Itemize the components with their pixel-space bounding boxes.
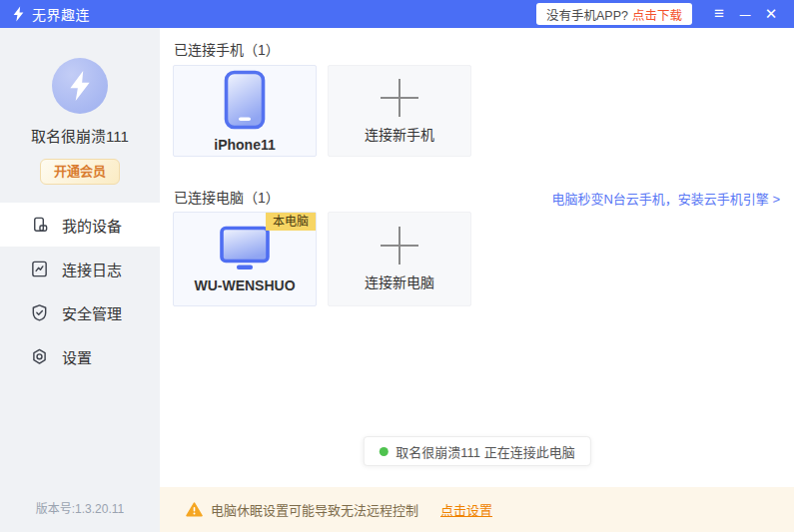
sidebar-item-connection-log[interactable]: 连接日志 [0,247,160,290]
lightning-icon [67,71,93,101]
app-window: 无界趣连 没有手机APP? 点击下载 ≡ ─ ✕ 取名很崩溃111 开通会员 我… [0,0,794,532]
connected-computers-title: 已连接电脑（1） [174,188,280,208]
cloud-phone-promo-link[interactable]: 电脑秒变N台云手机，安装云手机引擎 > [551,189,780,208]
warning-icon [186,502,203,517]
add-computer-card[interactable]: 连接新电脑 [328,212,471,306]
menu-icon[interactable]: ≡ [706,0,732,28]
devices-icon [30,216,49,235]
sidebar-item-settings[interactable]: 设置 [0,334,160,378]
plus-icon [381,227,418,265]
download-link-text[interactable]: 点击下载 [632,5,682,24]
status-text: 取名很崩溃111 正在连接此电脑 [396,442,574,461]
connection-status-toast: 取名很崩溃111 正在连接此电脑 [363,436,590,466]
warning-settings-link[interactable]: 点击设置 [440,500,492,519]
log-icon [30,260,49,278]
add-phone-label: 连接新手机 [365,124,434,144]
main-content: 已连接手机（1） iPhone11 连接新手机 已连接电脑（1） 电脑秒变N台云… [160,28,794,532]
close-icon[interactable]: ✕ [758,0,784,28]
username: 取名很崩溃111 [0,125,160,146]
sidebar-item-label: 安全管理 [62,302,122,323]
minimize-icon[interactable]: ─ [732,0,758,28]
upgrade-vip-button[interactable]: 开通会员 [40,159,120,185]
computer-cards-row: 本电脑 WU-WENSHUO 连接新电脑 [173,212,794,306]
version-label: 版本号:1.3.20.11 [0,499,160,516]
sidebar-item-label: 我的设备 [62,215,122,236]
app-logo-icon [12,6,25,22]
sidebar: 取名很崩溃111 开通会员 我的设备 连接日志 安全管理 [0,28,160,532]
online-status-dot [379,447,388,456]
this-computer-tag: 本电脑 [266,213,316,231]
sleep-warning-bar: 电脑休眠设置可能导致无法远程控制 点击设置 [160,487,794,532]
phone-device-card[interactable]: iPhone11 [173,65,317,157]
phone-name: iPhone11 [214,137,275,153]
phone-icon [224,70,266,130]
titlebar: 无界趣连 没有手机APP? 点击下载 ≡ ─ ✕ [0,0,794,28]
warning-text: 电脑休眠设置可能导致无法远程控制 [211,500,418,519]
add-computer-label: 连接新电脑 [365,271,434,291]
sidebar-item-label: 连接日志 [62,259,122,279]
computer-name: WU-WENSHUO [194,277,295,293]
sidebar-menu: 我的设备 连接日志 安全管理 设置 [0,203,160,378]
add-phone-card[interactable]: 连接新手机 [328,65,471,157]
sidebar-item-security[interactable]: 安全管理 [0,290,160,334]
avatar[interactable] [52,58,108,114]
app-title: 无界趣连 [32,4,90,24]
plus-icon [381,79,418,117]
download-prompt-text: 没有手机APP? [546,5,628,24]
connected-phones-title: 已连接手机（1） [174,40,794,60]
phone-cards-row: iPhone11 连接新手机 [173,65,794,157]
monitor-icon [217,226,273,270]
sidebar-item-my-devices[interactable]: 我的设备 [0,203,160,247]
shield-icon [30,303,49,322]
computer-device-card[interactable]: 本电脑 WU-WENSHUO [173,212,317,306]
download-app-button[interactable]: 没有手机APP? 点击下载 [536,3,692,25]
computers-section-header: 已连接电脑（1） 电脑秒变N台云手机，安装云手机引擎 > [174,188,780,208]
sidebar-item-label: 设置 [62,346,92,367]
settings-icon [30,347,49,366]
